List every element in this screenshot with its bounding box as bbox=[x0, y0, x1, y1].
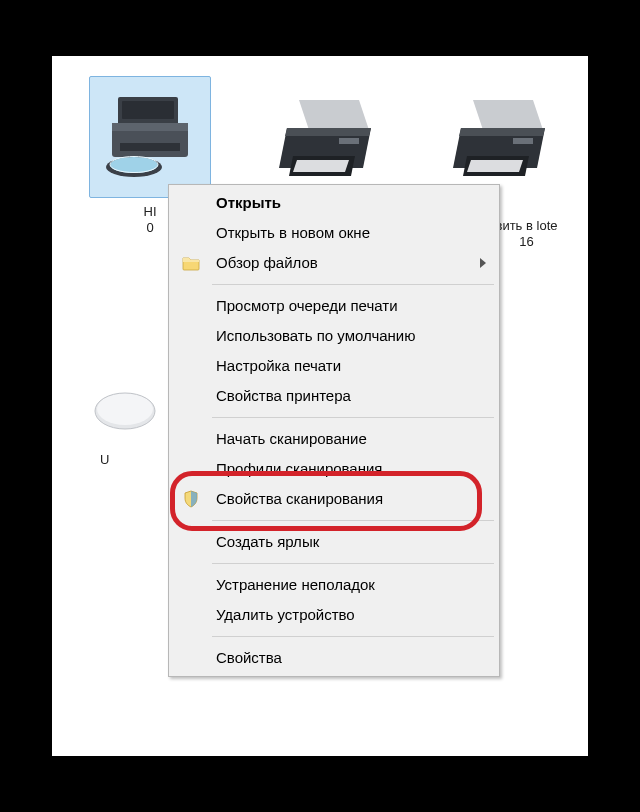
menu-open-new-label: Открыть в новом окне bbox=[216, 224, 370, 241]
svg-rect-19 bbox=[513, 138, 533, 144]
menu-separator bbox=[212, 284, 494, 285]
menu-separator bbox=[212, 417, 494, 418]
menu-print-setup-label: Настройка печати bbox=[216, 357, 341, 374]
menu-troubleshoot-label: Устранение неполадок bbox=[216, 576, 375, 593]
printer-icon bbox=[443, 90, 553, 185]
device-unknown-label: U bbox=[100, 452, 170, 468]
menu-create-shortcut[interactable]: Создать ярлык bbox=[172, 527, 496, 557]
menu-set-default-label: Использовать по умолчанию bbox=[216, 327, 415, 344]
menu-start-scan-label: Начать сканирование bbox=[216, 430, 367, 447]
menu-print-queue-label: Просмотр очереди печати bbox=[216, 297, 398, 314]
svg-marker-12 bbox=[293, 160, 349, 172]
menu-separator bbox=[212, 563, 494, 564]
menu-troubleshoot[interactable]: Устранение неполадок bbox=[172, 570, 496, 600]
menu-print-queue[interactable]: Просмотр очереди печати bbox=[172, 291, 496, 321]
menu-browse-files-label: Обзор файлов bbox=[216, 254, 318, 271]
device-unknown-thumbnail bbox=[80, 386, 170, 446]
chevron-right-icon bbox=[480, 258, 486, 268]
svg-rect-4 bbox=[120, 143, 180, 151]
svg-marker-10 bbox=[285, 128, 371, 136]
menu-create-shortcut-label: Создать ярлык bbox=[216, 533, 319, 550]
menu-open-label: Открыть bbox=[216, 194, 281, 211]
menu-scan-props-label: Свойства сканирования bbox=[216, 490, 383, 507]
printer-icon bbox=[269, 90, 379, 185]
menu-print-setup[interactable]: Настройка печати bbox=[172, 351, 496, 381]
menu-properties[interactable]: Свойства bbox=[172, 643, 496, 673]
menu-printer-props-label: Свойства принтера bbox=[216, 387, 351, 404]
menu-browse-files[interactable]: Обзор файлов bbox=[172, 248, 496, 278]
menu-remove-device-label: Удалить устройство bbox=[216, 606, 355, 623]
svg-marker-18 bbox=[467, 160, 523, 172]
device-generic-icon bbox=[90, 391, 160, 441]
svg-marker-8 bbox=[299, 100, 369, 130]
menu-open[interactable]: Открыть bbox=[172, 188, 496, 218]
menu-separator bbox=[212, 636, 494, 637]
device-printer-1-thumbnail bbox=[263, 76, 385, 198]
device-unknown[interactable]: U bbox=[80, 386, 170, 468]
svg-rect-3 bbox=[112, 123, 188, 131]
context-menu: Открыть Открыть в новом окне Обзор файло… bbox=[168, 184, 500, 677]
menu-printer-properties[interactable]: Свойства принтера bbox=[172, 381, 496, 411]
folder-icon bbox=[180, 252, 202, 274]
menu-scan-properties[interactable]: Свойства сканирования bbox=[172, 484, 496, 514]
shield-icon bbox=[180, 488, 202, 510]
svg-rect-1 bbox=[122, 101, 174, 119]
menu-scan-profiles[interactable]: Профили сканирования... bbox=[172, 454, 496, 484]
menu-start-scan[interactable]: Начать сканирование bbox=[172, 424, 496, 454]
menu-set-default[interactable]: Использовать по умолчанию bbox=[172, 321, 496, 351]
svg-rect-13 bbox=[339, 138, 359, 144]
device-printer-2-thumbnail bbox=[437, 76, 559, 198]
menu-separator bbox=[212, 520, 494, 521]
device-mfp-thumbnail bbox=[89, 76, 211, 198]
menu-properties-label: Свойства bbox=[216, 649, 282, 666]
devices-window: HI 0 bbox=[52, 56, 588, 756]
menu-scan-profiles-label: Профили сканирования... bbox=[216, 460, 395, 477]
svg-marker-14 bbox=[473, 100, 543, 130]
menu-open-new-window[interactable]: Открыть в новом окне bbox=[172, 218, 496, 248]
mfp-icon bbox=[100, 87, 200, 187]
menu-remove-device[interactable]: Удалить устройство bbox=[172, 600, 496, 630]
svg-marker-16 bbox=[459, 128, 545, 136]
